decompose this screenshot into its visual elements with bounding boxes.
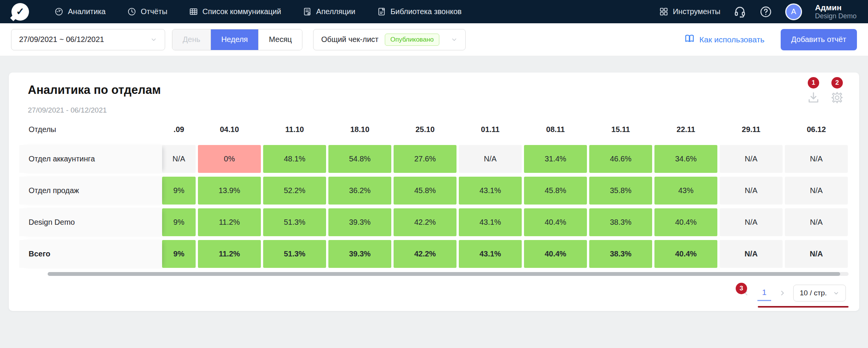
score-cell: N/A	[720, 208, 783, 236]
status-badge: Опубликовано	[385, 34, 440, 46]
score-cell: N/A	[720, 145, 783, 173]
departments-table: Отделы .0904.1011.1018.1025.1001.1108.11…	[19, 118, 849, 272]
score-cell: 43.1%	[459, 240, 522, 268]
app-logo[interactable]: ✓	[11, 3, 29, 21]
score-cell: N/A	[785, 177, 848, 205]
next-page-icon[interactable]	[777, 289, 788, 297]
department-label: Design Demo	[19, 208, 162, 236]
top-nav: ✓ АналитикаОтчётыСписок коммуникацийАпел…	[0, 0, 868, 23]
nav-item-tools[interactable]: Инструменты	[659, 7, 720, 16]
user-org: Design Demo	[815, 12, 857, 21]
support-headset-icon[interactable]	[733, 5, 746, 18]
download-icon[interactable]: 1	[807, 91, 820, 105]
user-name: Админ	[815, 3, 857, 12]
annotation-underline-3	[758, 306, 849, 308]
horizontal-scrollbar-track[interactable]	[48, 272, 849, 276]
score-cell: 42.2%	[394, 240, 457, 268]
score-cell: N/A	[785, 240, 848, 268]
period-option[interactable]: Неделя	[211, 29, 258, 50]
score-cell: 51.3%	[263, 208, 326, 236]
column-header-date: 18.10	[328, 125, 391, 134]
score-cell: 54.8%	[328, 145, 391, 173]
score-cell: 27.6%	[394, 145, 457, 173]
date-range-select[interactable]: 27/09/2021 ~ 06/12/2021	[11, 29, 165, 50]
checklist-select[interactable]: Общий чек-лист Опубликовано	[313, 29, 466, 50]
annotation-badge-3: 3	[736, 283, 747, 294]
nav-item-reports[interactable]: Отчёты	[127, 7, 167, 16]
table-row: Отдел аккаунтингаN/A0%48.1%54.8%27.6%N/A…	[19, 145, 849, 173]
nav-item-label: Аналитика	[68, 7, 106, 16]
column-header-date: 15.11	[589, 125, 652, 134]
score-cell: 39.3%	[328, 208, 391, 236]
score-cell: N/A	[785, 145, 848, 173]
nav-item-label: Инструменты	[673, 7, 720, 16]
score-cell: 48.1%	[263, 145, 326, 173]
column-header-date: .09	[162, 125, 196, 134]
score-cell: 42.2%	[394, 208, 457, 236]
score-cell: 40.4%	[654, 208, 717, 236]
column-header-date: 11.10	[263, 125, 326, 134]
report-date-range: 27/09/2021 - 06/12/2021	[28, 106, 107, 114]
score-cell: 9%	[162, 208, 196, 236]
score-cell: N/A	[459, 145, 522, 173]
gauge-icon	[54, 7, 64, 16]
score-cell: 34.6%	[654, 145, 717, 173]
table-icon	[189, 7, 198, 16]
help-icon[interactable]	[759, 5, 772, 18]
page-size-select[interactable]: 10 / стр.	[793, 285, 846, 301]
chevron-down-icon	[150, 36, 157, 43]
settings-gear-icon[interactable]: 2	[830, 91, 844, 105]
score-cell: N/A	[720, 177, 783, 205]
score-cell: 43%	[654, 177, 717, 205]
date-range-value: 27/09/2021 ~ 06/12/2021	[19, 35, 104, 44]
nav-item-label: Список коммуникаций	[203, 7, 281, 16]
nav-item-call-library[interactable]: Библиотека звонков	[377, 7, 462, 16]
chevron-down-icon	[833, 290, 839, 296]
score-cell: 11.2%	[198, 240, 261, 268]
score-cell: 9%	[162, 177, 196, 205]
column-header-date: 25.10	[394, 125, 457, 134]
score-cell: 9%	[162, 240, 196, 268]
table-header-row: Отделы .0904.1011.1018.1025.1001.1108.11…	[19, 118, 849, 140]
nav-item-label: Библиотека звонков	[391, 7, 462, 16]
nav-item-communications-list[interactable]: Список коммуникаций	[189, 7, 281, 16]
period-option[interactable]: Месяц	[258, 29, 302, 50]
nav-item-label: Отчёты	[141, 7, 167, 16]
add-report-button[interactable]: Добавить отчёт	[781, 29, 857, 50]
score-cell: 11.2%	[198, 208, 261, 236]
horizontal-scrollbar-thumb[interactable]	[48, 272, 840, 276]
score-cell: 40.4%	[524, 240, 587, 268]
score-cell: N/A	[720, 240, 783, 268]
nav-right-cluster: Инструменты A Админ Design Demo	[659, 3, 857, 21]
nav-item-appeals[interactable]: Апелляции	[302, 7, 355, 16]
department-label: Отдел аккаунтинга	[19, 145, 162, 173]
appeal-doc-icon	[302, 7, 312, 16]
clock-icon	[127, 7, 137, 16]
score-cell: 40.4%	[654, 240, 717, 268]
checklist-label: Общий чек-лист	[321, 35, 378, 44]
column-header-date: 04.10	[198, 125, 261, 134]
score-cell: 31.4%	[524, 145, 587, 173]
column-header-date: 08.11	[524, 125, 587, 134]
department-label: Отдел продаж	[19, 177, 162, 205]
column-header-date: 29.11	[720, 125, 783, 134]
how-to-use-link[interactable]: Как использовать	[684, 33, 765, 46]
score-cell: 0%	[198, 145, 261, 173]
score-cell: 36.2%	[328, 177, 391, 205]
score-cell: 51.3%	[263, 240, 326, 268]
score-cell: 43.1%	[459, 177, 522, 205]
how-to-use-label: Как использовать	[699, 35, 765, 44]
avatar[interactable]: A	[785, 3, 802, 20]
user-info[interactable]: Админ Design Demo	[815, 3, 857, 21]
period-segmented-control: ДеньНеделяМесяц	[172, 29, 302, 50]
score-cell: 39.3%	[328, 240, 391, 268]
report-title: Аналитика по отделам	[28, 83, 161, 97]
table-row: Всего9%11.2%51.3%39.3%42.2%43.1%40.4%38.…	[19, 240, 849, 268]
pagination: 1 10 / стр.	[741, 284, 846, 302]
current-page[interactable]: 1	[757, 285, 771, 301]
period-option[interactable]: День	[172, 29, 211, 50]
chevron-down-icon	[451, 36, 458, 43]
score-cell: 43.1%	[459, 208, 522, 236]
score-cell: N/A	[785, 208, 848, 236]
nav-item-analytics[interactable]: Аналитика	[54, 7, 106, 16]
